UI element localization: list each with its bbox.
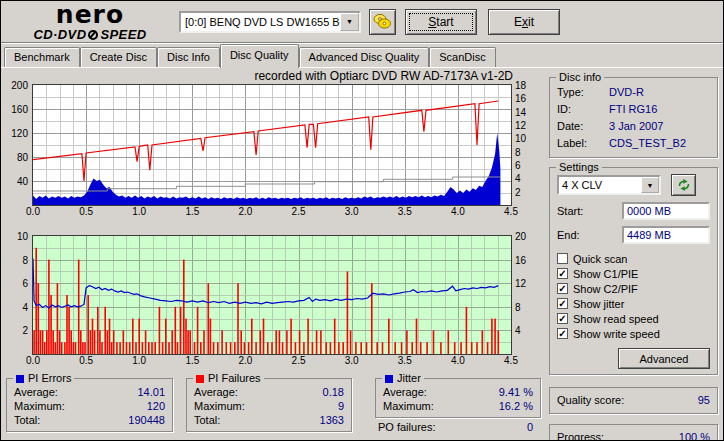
checkbox-row: ✓Show C2/PIF bbox=[557, 281, 710, 296]
checkbox-label: Show write speed bbox=[573, 328, 660, 340]
axis-tick: 14 bbox=[515, 107, 534, 118]
end-field-label: End: bbox=[557, 229, 580, 241]
disc-info-legend-label: Disc info bbox=[559, 71, 601, 84]
checkbox-quick-scan[interactable] bbox=[557, 253, 568, 264]
nero-logo: nero CD·DVDSPEED bbox=[7, 2, 173, 41]
chart-title: recorded with Optiarc DVD RW AD-7173A v1… bbox=[1, 69, 513, 84]
advanced-button[interactable]: Advanced bbox=[618, 348, 710, 369]
side-panel: Disc info Type:DVD-RID:FTI RG16Date:3 Ja… bbox=[546, 69, 723, 441]
quality-chart-left-axis: 4080120160200 bbox=[1, 84, 32, 206]
row-label: Total: bbox=[194, 413, 220, 427]
pi-errors-legend-label: PI Errors bbox=[28, 372, 71, 385]
axis-tick: 3.0 bbox=[342, 355, 362, 366]
row-label: Date: bbox=[557, 118, 609, 135]
quality-score-label: Quality score: bbox=[557, 393, 624, 408]
axis-tick: 2.0 bbox=[235, 355, 255, 366]
axis-tick: 0.5 bbox=[76, 206, 96, 217]
stats-row: PI Errors Average:14.01Maximum:120Total:… bbox=[1, 378, 546, 434]
axis-tick: 12 bbox=[515, 278, 534, 289]
checkbox-row: Quick scan bbox=[557, 251, 710, 266]
info-row: Label:CDS_TEST_B2 bbox=[557, 135, 710, 152]
checkbox-label: Show read speed bbox=[573, 313, 659, 325]
axis-tick: 3.5 bbox=[395, 206, 415, 217]
axis-tick: 10 bbox=[515, 133, 534, 144]
row-value: 9 bbox=[338, 399, 344, 413]
chevron-down-icon[interactable]: ▼ bbox=[340, 13, 359, 31]
axis-tick: 40 bbox=[1, 176, 28, 187]
nero-logo-product-right: SPEED bbox=[100, 28, 146, 41]
pif-chart-left-axis: 246810 bbox=[1, 235, 32, 355]
checkbox-show-c2-pif[interactable]: ✓ bbox=[557, 283, 568, 294]
nero-logo-product-left: CD·DVD bbox=[33, 28, 86, 41]
row-value: 16.2 % bbox=[499, 399, 533, 413]
start-field-row: Start: bbox=[557, 202, 710, 220]
row-value: 3 Jan 2007 bbox=[609, 118, 663, 135]
info-row: Total:190448 bbox=[14, 413, 165, 427]
axis-tick: 80 bbox=[1, 152, 28, 163]
axis-tick: 1.0 bbox=[129, 355, 149, 366]
axis-tick: 120 bbox=[1, 128, 28, 139]
tab-disc-quality[interactable]: Disc Quality bbox=[220, 44, 299, 68]
jitter-legend: Jitter bbox=[382, 372, 424, 385]
progress-group: Progress:100 %Position:4488 MBSpeed:4.19… bbox=[549, 424, 718, 441]
row-label: Average: bbox=[383, 385, 427, 399]
checkbox-row: ✓Show read speed bbox=[557, 311, 710, 326]
drive-select[interactable]: [0:0] BENQ DVD LS DW1655 BCHB ▼ bbox=[179, 11, 361, 33]
axis-tick: 1.5 bbox=[182, 206, 202, 217]
po-failures-value: 0 bbox=[527, 421, 533, 434]
axis-tick: 2 bbox=[515, 187, 534, 198]
checkbox-show-write-speed[interactable]: ✓ bbox=[557, 328, 568, 339]
checkbox-label: Show C2/PIF bbox=[573, 283, 638, 295]
jitter-color-swatch bbox=[385, 375, 393, 383]
axis-tick: 6 bbox=[1, 278, 28, 289]
end-field[interactable] bbox=[622, 226, 710, 244]
axis-tick: 4.0 bbox=[448, 206, 468, 217]
refresh-button[interactable] bbox=[671, 174, 696, 196]
axis-tick: 2.5 bbox=[289, 206, 309, 217]
quality-chart: 4080120160200 24681012141618 bbox=[1, 84, 546, 206]
row-value: 120 bbox=[147, 399, 165, 413]
row-value: CDS_TEST_B2 bbox=[609, 135, 686, 152]
checkbox-show-jitter[interactable]: ✓ bbox=[557, 298, 568, 309]
checkbox-label: Show C1/PIE bbox=[573, 268, 638, 280]
pi-errors-group: PI Errors Average:14.01Maximum:120Total:… bbox=[6, 378, 173, 432]
row-label: Type: bbox=[557, 84, 609, 101]
chevron-down-icon[interactable]: ▼ bbox=[641, 177, 659, 193]
tab-advanced-disc-quality[interactable]: Advanced Disc Quality bbox=[299, 47, 430, 67]
axis-tick: 10 bbox=[1, 231, 28, 242]
tab-benchmark[interactable]: Benchmark bbox=[4, 47, 80, 67]
charts-panel: recorded with Optiarc DVD RW AD-7173A v1… bbox=[1, 69, 546, 441]
axis-tick: 16 bbox=[515, 255, 534, 266]
pi-failures-color-swatch bbox=[196, 375, 204, 383]
pi-errors-legend: PI Errors bbox=[13, 372, 74, 385]
advanced-button-label: Advanced bbox=[640, 353, 689, 365]
axis-tick: 2.0 bbox=[235, 206, 255, 217]
checkbox-show-c1-pie[interactable]: ✓ bbox=[557, 268, 568, 279]
quality-chart-right-axis: 24681012141618 bbox=[512, 84, 534, 206]
info-row: Progress:100 % bbox=[557, 430, 710, 441]
quality-chart-x-axis: 0.00.51.01.52.02.53.03.54.04.5 bbox=[1, 206, 546, 219]
axis-tick: 4 bbox=[515, 173, 534, 184]
checkbox-row: ✓Show jitter bbox=[557, 296, 710, 311]
jitter-group: Jitter Average:9.41 %Maximum:16.2 % bbox=[375, 378, 541, 418]
info-row: Average:9.41 % bbox=[383, 385, 533, 399]
axis-tick: 4 bbox=[515, 325, 534, 336]
settings-checkboxes: Quick scan✓Show C1/PIE✓Show C2/PIF✓Show … bbox=[557, 251, 710, 341]
axis-tick: 8 bbox=[515, 147, 534, 158]
disc-info-legend: Disc info bbox=[556, 71, 604, 84]
start-button[interactable]: Start bbox=[405, 9, 477, 35]
pif-chart-plot bbox=[32, 235, 512, 355]
tab-scandisc[interactable]: ScanDisc bbox=[429, 47, 495, 67]
checkbox-show-read-speed[interactable]: ✓ bbox=[557, 313, 568, 324]
tab-disc-info[interactable]: Disc Info bbox=[157, 47, 220, 67]
exit-button[interactable]: Exit bbox=[488, 9, 560, 35]
start-field[interactable] bbox=[622, 202, 710, 220]
scan-speed-select[interactable]: 4 X CLV ▼ bbox=[557, 175, 661, 195]
start-field-label: Start: bbox=[557, 205, 583, 217]
disc-tray-button[interactable] bbox=[369, 9, 396, 35]
jitter-stats: Jitter Average:9.41 %Maximum:16.2 % PO f… bbox=[375, 378, 541, 434]
row-value: 190448 bbox=[128, 413, 165, 427]
advanced-row: Advanced bbox=[557, 348, 710, 369]
po-failures-row: PO failures: 0 bbox=[375, 418, 541, 434]
tab-create-disc[interactable]: Create Disc bbox=[80, 47, 157, 67]
